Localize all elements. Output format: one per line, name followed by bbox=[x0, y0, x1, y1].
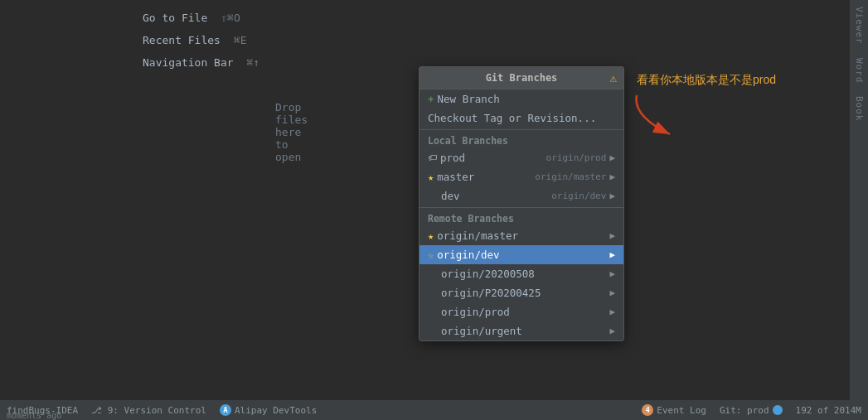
dev-remote: origin/dev bbox=[551, 191, 606, 201]
viewer-text: Viewer bbox=[854, 0, 865, 51]
drop-files-text: Drop files here to open bbox=[265, 96, 318, 168]
editor-area: Go to File ⇧⌘O Recent Files ⌘E Navigatio… bbox=[0, 0, 868, 420]
annotation-text: 看看你本地版本是不是prod bbox=[637, 73, 776, 88]
go-to-file-shortcut: ⇧⌘O bbox=[221, 12, 240, 24]
prod-arrow: ▶ bbox=[609, 152, 615, 163]
dev-arrow: ▶ bbox=[609, 191, 615, 201]
origin-dev-star: ☆ bbox=[428, 249, 434, 261]
go-to-file-item[interactable]: Go to File ⇧⌘O bbox=[133, 7, 269, 29]
plus-icon: + bbox=[428, 93, 434, 105]
remote-branch-origin-20200508[interactable]: origin/20200508 ▶ bbox=[419, 264, 623, 283]
version-control-label: ⎇ 9: Version Control bbox=[91, 405, 206, 416]
status-memory: 192 of 2014M bbox=[796, 405, 861, 416]
local-branches-section: Local Branches bbox=[419, 132, 623, 148]
status-right: 4 Event Log Git: prod 192 of 2014M bbox=[642, 404, 861, 416]
remote-branches-section: Remote Branches bbox=[419, 210, 623, 226]
recent-files-shortcut: ⌘E bbox=[234, 34, 247, 46]
remote-branch-origin-dev[interactable]: ☆ origin/dev ▶ bbox=[419, 245, 623, 264]
menu-items: Go to File ⇧⌘O Recent Files ⌘E Navigatio… bbox=[133, 0, 269, 74]
master-remote: origin/master bbox=[535, 171, 606, 182]
status-left: findBugs-IDEA ⎇ 9: Version Control A Ali… bbox=[7, 404, 317, 416]
dev-label: dev bbox=[441, 190, 551, 202]
local-branch-master[interactable]: ★ master origin/master ▶ bbox=[419, 167, 623, 186]
origin-prod-label: origin/prod bbox=[441, 306, 609, 318]
prod-label: prod bbox=[440, 152, 546, 164]
alipay-icon: A bbox=[220, 404, 231, 416]
popup-header: Git Branches ⚠ bbox=[419, 67, 623, 89]
divider-2 bbox=[419, 207, 623, 208]
annotation-arrow-svg bbox=[628, 91, 695, 141]
origin-dev-arrow: ▶ bbox=[609, 249, 615, 260]
origin-prod-arrow: ▶ bbox=[609, 307, 615, 317]
event-log-icon: 4 bbox=[642, 404, 653, 416]
checkout-label: Checkout Tag or Revision... bbox=[428, 112, 615, 124]
git-dot bbox=[773, 405, 783, 415]
word-text: Word bbox=[854, 51, 865, 90]
20200508-arrow: ▶ bbox=[609, 268, 615, 279]
navigation-bar-label: Navigation Bar bbox=[143, 56, 234, 69]
status-version-control[interactable]: ⎇ 9: Version Control bbox=[91, 405, 206, 416]
new-branch-item[interactable]: + New Branch bbox=[419, 89, 623, 109]
p20200425-label: origin/P20200425 bbox=[441, 287, 609, 299]
status-event-log[interactable]: 4 Event Log bbox=[642, 404, 706, 416]
recent-files-label: Recent Files bbox=[143, 34, 221, 46]
origin-master-star: ★ bbox=[428, 230, 434, 242]
prod-remote: origin/prod bbox=[546, 152, 607, 163]
remote-branch-origin-p20200425[interactable]: origin/P20200425 ▶ bbox=[419, 283, 623, 302]
status-alipay[interactable]: A Alipay DevTools bbox=[220, 404, 317, 416]
book-text: Book bbox=[854, 89, 865, 128]
navigation-bar-item[interactable]: Navigation Bar ⌘↑ bbox=[133, 51, 269, 74]
local-branch-prod[interactable]: 🏷 prod origin/prod ▶ bbox=[419, 148, 623, 167]
git-label: Git: prod bbox=[720, 405, 769, 416]
origin-urgent-label: origin/urgent bbox=[441, 325, 609, 337]
tag-icon: 🏷 bbox=[428, 152, 437, 163]
navigation-bar-shortcut: ⌘↑ bbox=[247, 56, 260, 69]
popup-title: Git Branches bbox=[486, 72, 558, 84]
remote-branch-origin-prod[interactable]: origin/prod ▶ bbox=[419, 302, 623, 321]
divider-1 bbox=[419, 129, 623, 130]
recent-files-item[interactable]: Recent Files ⌘E bbox=[133, 29, 269, 51]
local-branch-dev[interactable]: dev origin/dev ▶ bbox=[419, 186, 623, 205]
memory-label: 192 of 2014M bbox=[796, 405, 861, 416]
alipay-label: Alipay DevTools bbox=[235, 405, 317, 416]
origin-urgent-arrow: ▶ bbox=[609, 326, 615, 336]
status-bar: findBugs-IDEA ⎇ 9: Version Control A Ali… bbox=[0, 400, 868, 420]
moments-ago: moments ago bbox=[7, 411, 61, 420]
master-arrow: ▶ bbox=[609, 171, 615, 182]
warning-icon: ⚠ bbox=[610, 71, 617, 84]
master-label: master bbox=[437, 171, 535, 183]
annotation: 看看你本地版本是不是prod bbox=[628, 73, 776, 144]
right-panel: Viewer Word Book bbox=[850, 0, 868, 420]
git-branch-status[interactable]: Git: prod bbox=[720, 405, 783, 416]
master-star-icon: ★ bbox=[428, 171, 434, 183]
checkout-item[interactable]: Checkout Tag or Revision... bbox=[419, 109, 623, 128]
event-log-label: Event Log bbox=[657, 405, 706, 416]
origin-master-label: origin/master bbox=[437, 229, 609, 242]
p20200425-arrow: ▶ bbox=[609, 287, 615, 298]
remote-branch-origin-urgent[interactable]: origin/urgent ▶ bbox=[419, 321, 623, 340]
git-branches-popup: Git Branches ⚠ + New Branch Checkout Tag… bbox=[419, 66, 624, 341]
remote-branch-origin-master[interactable]: ★ origin/master ▶ bbox=[419, 226, 623, 245]
origin-dev-label: origin/dev bbox=[437, 249, 609, 261]
new-branch-label: New Branch bbox=[438, 93, 615, 105]
20200508-label: origin/20200508 bbox=[441, 268, 609, 280]
go-to-file-label: Go to File bbox=[143, 12, 207, 24]
origin-master-arrow: ▶ bbox=[609, 230, 615, 241]
